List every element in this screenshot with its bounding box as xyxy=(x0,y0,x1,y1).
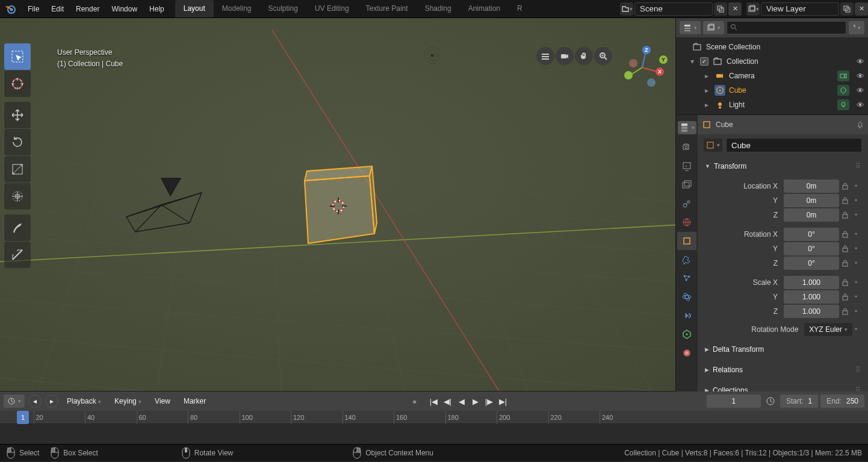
menu-render[interactable]: Render xyxy=(70,1,105,17)
tab-viewlayer[interactable] xyxy=(677,176,696,194)
timeline-editor-type[interactable]: ▾ xyxy=(4,395,25,408)
view-camera-icon[interactable] xyxy=(556,47,574,65)
current-frame-field[interactable]: 1 xyxy=(707,395,761,408)
anim-dot-icon[interactable]: • xyxy=(855,245,861,253)
anim-dot-icon[interactable]: • xyxy=(855,196,861,205)
play[interactable]: ▶ xyxy=(469,395,482,408)
tab-scene[interactable] xyxy=(677,195,696,213)
rotation-mode-select[interactable]: XYZ Euler▾ xyxy=(804,323,852,336)
keyframe-prev[interactable]: ◀| xyxy=(441,395,454,408)
navigation-gizmo[interactable]: Z X Y xyxy=(618,43,666,92)
anim-dot-icon[interactable]: • xyxy=(855,307,861,316)
disclosure-icon[interactable]: ▸ xyxy=(705,72,711,80)
visibility-eye-icon[interactable]: 👁 xyxy=(857,101,864,110)
timeline-prev-key[interactable]: ◂ xyxy=(28,395,42,408)
timeline-next-key[interactable]: ▸ xyxy=(45,395,58,408)
lock-icon[interactable] xyxy=(842,293,852,301)
viewlayer-browse-button[interactable]: ▾ xyxy=(746,2,760,16)
jump-to-start[interactable]: |◀ xyxy=(427,395,441,408)
anim-dot-icon[interactable]: • xyxy=(855,293,861,301)
tab-particles[interactable] xyxy=(677,269,696,287)
panel-delta-transform-header[interactable]: ▶Delta Transform xyxy=(702,342,863,357)
transform-value-field[interactable]: 0° xyxy=(784,242,839,255)
workspace-tab-sculpting[interactable]: Sculpting xyxy=(260,0,306,17)
object-name-field[interactable] xyxy=(726,138,862,152)
timeline-menu-keying[interactable]: Keying ▾ xyxy=(110,397,146,405)
transform-value-field[interactable]: 0° xyxy=(784,257,839,270)
workspace-tab-shading[interactable]: Shading xyxy=(417,0,460,17)
mesh-data-icon[interactable] xyxy=(837,85,849,96)
tab-render[interactable] xyxy=(677,139,696,157)
visibility-eye-icon[interactable]: 👁 xyxy=(857,72,864,81)
tab-world[interactable] xyxy=(677,213,696,231)
keyframe-next[interactable]: |▶ xyxy=(483,395,496,408)
transform-value-field[interactable]: 0m xyxy=(784,194,839,207)
playhead[interactable]: 1 xyxy=(17,411,29,424)
viewlayer-name-field[interactable] xyxy=(761,2,839,16)
panel-transform-header[interactable]: ▼Transform⠿ xyxy=(702,158,863,174)
tool-select-box[interactable] xyxy=(4,43,31,70)
anim-dot-icon[interactable]: • xyxy=(855,182,861,190)
timeline-ruler[interactable]: 20406080100120140160180200220240 1 xyxy=(0,411,868,444)
start-frame-field[interactable]: Start:1 xyxy=(780,395,818,408)
play-reverse[interactable]: ◀ xyxy=(455,395,468,408)
anim-dot-icon[interactable]: • xyxy=(855,211,861,219)
lock-icon[interactable] xyxy=(842,260,852,267)
drag-handle-icon[interactable]: ⠿ xyxy=(855,366,861,374)
pin-icon[interactable] xyxy=(856,120,864,129)
viewlayer-delete-button[interactable]: ✕ xyxy=(855,2,868,16)
clock-icon[interactable] xyxy=(763,395,778,408)
outliner-row-collection[interactable]: ▾ ✓ Collection 👁 xyxy=(680,54,864,69)
workspace-tab-animation[interactable]: Animation xyxy=(460,0,509,17)
tab-output[interactable] xyxy=(677,157,696,175)
tool-scale[interactable] xyxy=(4,156,31,183)
tool-cursor[interactable] xyxy=(4,70,31,97)
disclosure-icon[interactable]: ▸ xyxy=(705,101,711,109)
light-data-icon[interactable] xyxy=(837,99,849,110)
outliner-display-mode[interactable]: ▾ xyxy=(703,21,724,34)
view-zoom-icon[interactable] xyxy=(594,47,612,65)
outliner-filter[interactable]: ▾ xyxy=(849,21,864,34)
transform-value-field[interactable]: 1.000 xyxy=(784,305,839,318)
camera-data-icon[interactable] xyxy=(837,70,849,81)
timeline-menu-view[interactable]: View xyxy=(150,397,175,405)
viewlayer-new-button[interactable] xyxy=(840,2,854,16)
jump-to-end[interactable]: ▶| xyxy=(497,395,510,408)
anim-dot-icon[interactable]: • xyxy=(855,230,861,239)
scene-new-button[interactable] xyxy=(714,2,727,16)
anim-dot-icon[interactable]: • xyxy=(855,325,861,334)
outliner-row-scene-collection[interactable]: Scene Collection xyxy=(680,40,864,54)
tab-constraints[interactable] xyxy=(677,307,696,325)
outliner-row-cube[interactable]: ▸ Cube 👁 xyxy=(680,83,864,98)
outliner-row-camera[interactable]: ▸ Camera 👁 xyxy=(680,69,864,83)
disclosure-icon[interactable]: ▸ xyxy=(705,86,711,95)
workspace-tab-uv-editing[interactable]: UV Editing xyxy=(306,0,358,17)
panel-relations-header[interactable]: ▶Relations⠿ xyxy=(702,362,863,378)
tool-measure[interactable] xyxy=(4,242,31,268)
menu-window[interactable]: Window xyxy=(105,1,143,17)
object-data-dropdown[interactable]: ▾ xyxy=(704,139,722,152)
tab-modifiers[interactable] xyxy=(677,251,696,269)
scene-delete-button[interactable]: ✕ xyxy=(728,2,742,16)
lock-icon[interactable] xyxy=(842,197,852,204)
lock-icon[interactable] xyxy=(842,308,852,315)
menu-file[interactable]: File xyxy=(22,1,45,17)
timeline-menu-marker[interactable]: Marker xyxy=(179,397,211,405)
outliner-search[interactable] xyxy=(727,21,846,34)
lock-icon[interactable] xyxy=(842,279,852,286)
workspace-tab-layout[interactable]: Layout xyxy=(175,0,214,17)
menu-edit[interactable]: Edit xyxy=(45,1,70,17)
tab-object[interactable] xyxy=(677,232,696,250)
transform-value-field[interactable]: 0m xyxy=(784,179,839,193)
menu-help[interactable]: Help xyxy=(143,1,170,17)
visibility-eye-icon[interactable]: 👁 xyxy=(857,86,864,95)
outliner-tree[interactable]: Scene Collection ▾ ✓ Collection 👁 ▸ Came… xyxy=(676,37,868,114)
transform-value-field[interactable]: 1.000 xyxy=(784,276,839,289)
transform-value-field[interactable]: 0° xyxy=(784,228,839,241)
transform-value-field[interactable]: 0m xyxy=(784,208,839,222)
scene-name-field[interactable] xyxy=(634,2,713,16)
tool-rotate[interactable] xyxy=(4,129,31,155)
drag-handle-icon[interactable]: ⠿ xyxy=(855,162,861,170)
scene-browse-button[interactable]: ▾ xyxy=(620,2,633,16)
view-pan-icon[interactable] xyxy=(575,47,593,65)
